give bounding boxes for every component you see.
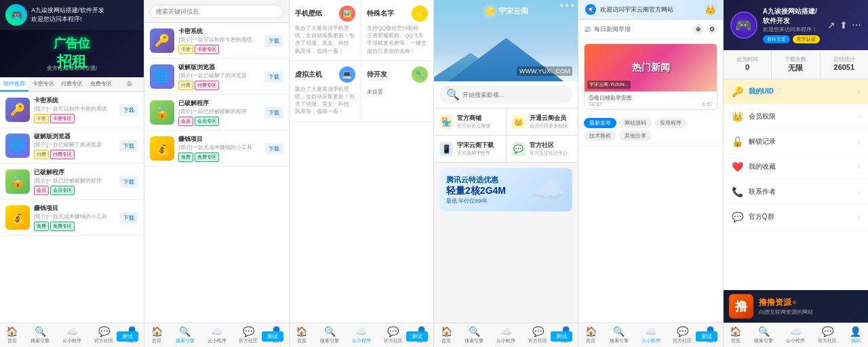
nav-search[interactable]: 🔍 搜索引擎 bbox=[320, 326, 339, 344]
panel3-top-grid: 手机壁纸 🖼️ 集合了大量高清手机壁纸，全自动采集更新！包含了动漫、美女、科技、… bbox=[290, 0, 433, 122]
menu-item-shop[interactable]: 🏪 官方商铺 官方自营云商铺 bbox=[434, 108, 506, 135]
grid-item-pending[interactable]: 待开发 🔧 未设置 bbox=[361, 61, 433, 122]
nav-search[interactable]: 🔍 搜索引擎 bbox=[465, 326, 484, 344]
item-desc: [简介]一款无成本赚钱的小工具 bbox=[34, 213, 115, 220]
panel1-ad-banner[interactable]: 广告位 招租 全方位精准布局引流! bbox=[0, 30, 144, 77]
menu-item-community[interactable]: 💬 官方社区 官方互交社区平台 bbox=[507, 136, 578, 162]
menu-item-download[interactable]: 📱 宇宋云阁下载 官方版APP程序 bbox=[434, 136, 506, 162]
menu-item-uid[interactable]: 🔑 我的UID › bbox=[724, 79, 868, 104]
search-field[interactable] bbox=[462, 91, 566, 98]
nav-community[interactable]: 💬 官方社区 bbox=[528, 326, 547, 344]
nav-home[interactable]: 🏠 首页 bbox=[441, 326, 452, 344]
trial-button[interactable]: 测试 bbox=[551, 331, 572, 342]
panel4-ad-cloud[interactable]: 腾讯云特选优惠 轻量2核2G4M 最低 年付仅99/年 ☁️ bbox=[439, 168, 572, 211]
more-icon[interactable]: ⋯ bbox=[852, 20, 861, 30]
grid-item-wallpaper[interactable]: 手机壁纸 🖼️ 集合了大量高清手机壁纸，全自动采集更新！包含了动漫、美女、科技、… bbox=[290, 0, 361, 61]
tag-other[interactable]: 其他分享 bbox=[619, 131, 652, 141]
menu-sub: 官方自营云商铺 bbox=[457, 123, 490, 129]
item-thumb-browser: 🌐 bbox=[5, 134, 30, 158]
item-download-btn[interactable]: 下载 bbox=[119, 140, 138, 152]
tab-free[interactable]: 免费专区 bbox=[86, 77, 115, 91]
nav-cloud[interactable]: ☁️ 云小程序 bbox=[496, 326, 515, 344]
list-item: 💰 赚钱项目 [简介]一款无成本赚钱的小工具 免费 免费专区 下载 bbox=[0, 200, 144, 236]
nav-community[interactable]: 💬 官方社区 bbox=[384, 326, 403, 344]
item-thumb-card: 🔑 bbox=[5, 98, 30, 122]
menu-item-vip-perms[interactable]: 👑 会员权限 › bbox=[724, 104, 868, 129]
menu-item-favorites[interactable]: ❤️ 我的收藏 › bbox=[724, 155, 868, 180]
cloud-icon: ☁️ bbox=[355, 326, 367, 337]
item-download-btn[interactable]: 下载 bbox=[119, 104, 138, 116]
nav-search[interactable]: 🔍 搜索引擎 bbox=[176, 326, 195, 344]
grid-item-special-name[interactable]: 特殊名字 ⭐ 支持QQ微信空白昵称、王者荣耀昵称、QQ飞车手游赋复名称等，一键生… bbox=[361, 0, 433, 61]
panel6-bottom-ad[interactable]: 撸 撸撸资源 ® 白嫖互联网资源的网站 bbox=[724, 290, 868, 323]
tag-tutorial[interactable]: 技术教程 bbox=[584, 131, 616, 141]
badge-certified[interactable]: 官方认证 bbox=[793, 35, 820, 43]
search-icon: 🔍 bbox=[613, 326, 625, 337]
share2-icon[interactable]: ⬆ bbox=[840, 20, 848, 30]
tag-latest[interactable]: 最新发布 bbox=[584, 118, 616, 128]
nav-home[interactable]: 🏠 首页 bbox=[585, 326, 597, 344]
menu-item-unlock[interactable]: 🔓 解锁记录 › bbox=[724, 129, 868, 155]
search-input[interactable] bbox=[150, 5, 283, 18]
panel5-news-card[interactable]: 热门新闻 宇宋云阁.YUXIN... ⑤每日精彩早安图 18↑87 6↑67 bbox=[584, 43, 717, 110]
tab-card[interactable]: 卡密专区 bbox=[28, 77, 57, 91]
nav-cloud[interactable]: ☁️ 云小程序 bbox=[352, 326, 371, 344]
tool-icon: 🔧 bbox=[412, 66, 428, 83]
tab-more[interactable]: 会 bbox=[115, 77, 144, 91]
item-download-btn[interactable]: 下载 bbox=[264, 71, 283, 83]
nav-home[interactable]: 🏠 首页 bbox=[151, 326, 163, 344]
home-icon: 🏠 bbox=[6, 326, 18, 337]
item-download-btn[interactable]: 下载 bbox=[119, 176, 138, 188]
search-icon: 🔍 bbox=[469, 326, 480, 337]
badge-homepage[interactable]: 前往主页 bbox=[763, 35, 790, 43]
nav-community[interactable]: 💬 官方社区 bbox=[818, 326, 837, 344]
tgi-desc: 集合了大量高清手机壁纸，全自动采集更新！包含了动漫、美女、科技、风景等，值得一看… bbox=[295, 85, 355, 116]
refresh-btn[interactable]: ⊕ bbox=[693, 24, 704, 35]
community-icon: 💬 bbox=[243, 326, 254, 337]
item-download-btn[interactable]: 下载 bbox=[264, 107, 283, 119]
tag-vip: 卡密专区 bbox=[195, 45, 219, 54]
trial-button[interactable]: 测试 bbox=[696, 331, 717, 342]
item-desc: [简介]一款可以制作卡密的系统 bbox=[178, 36, 260, 43]
tab-paid[interactable]: 付费专区 bbox=[58, 77, 86, 91]
nav-cloud[interactable]: ☁️ 云小程序 bbox=[642, 326, 660, 344]
nav-search[interactable]: 🔍 搜索引擎 bbox=[754, 326, 773, 344]
nav-cloud[interactable]: ☁️ 云小程序 bbox=[62, 326, 81, 344]
nav-home[interactable]: 🏠 首页 bbox=[730, 326, 741, 344]
item-download-btn[interactable]: 下载 bbox=[119, 212, 138, 224]
nav-home[interactable]: 🏠 首页 bbox=[296, 326, 307, 344]
panel1-avatar: 🎮 bbox=[5, 4, 27, 26]
menu-item-qq[interactable]: 💬 官方Q群 › bbox=[724, 205, 868, 230]
nav-home[interactable]: 🏠 首页 bbox=[6, 326, 18, 344]
item-desc: [简介]一款已经被破解的程序 bbox=[34, 177, 115, 184]
community-icon: 💬 bbox=[387, 326, 399, 337]
tab-software[interactable]: 软件推荐 bbox=[0, 77, 28, 91]
trial-button[interactable]: 测试 bbox=[117, 331, 138, 342]
nav-community[interactable]: 💬 官方社区 bbox=[239, 326, 258, 344]
nav-cloud[interactable]: ☁️ 云小程序 bbox=[786, 326, 805, 344]
nav-search[interactable]: 🔍 搜索引擎 bbox=[31, 326, 50, 344]
tag-app[interactable]: 应用程序 bbox=[654, 118, 687, 128]
nav-search[interactable]: 🔍 搜索引擎 bbox=[610, 326, 629, 344]
nav-community[interactable]: 💬 官方社区 bbox=[673, 326, 692, 344]
share-icon[interactable]: ↗ bbox=[827, 20, 835, 30]
tag-vip: 卡密专区 bbox=[50, 114, 75, 123]
panel1-nav-tabs: 软件推荐 卡密专区 付费专区 免费专区 会 bbox=[0, 77, 144, 92]
nav-profile[interactable]: 👤 我的 bbox=[850, 326, 861, 344]
item-download-btn[interactable]: 下载 bbox=[264, 35, 283, 47]
nav-community[interactable]: 💬 官方社区 bbox=[94, 326, 113, 344]
trial-button[interactable]: 测试 bbox=[262, 331, 283, 342]
stat-value: 无限 bbox=[774, 63, 816, 73]
item-download-btn[interactable]: 下载 bbox=[264, 143, 283, 155]
menu-item-contact[interactable]: 📞 联系作者 › bbox=[724, 180, 868, 205]
tgi-title: 虚拟主机 bbox=[295, 70, 322, 79]
trial-button[interactable]: 测试 bbox=[406, 331, 428, 342]
menu-item-vip[interactable]: 👑 开通云阁会员 会员可得更多权限 bbox=[507, 108, 578, 135]
community-icon: 💬 bbox=[677, 326, 688, 337]
grid-item-vhost[interactable]: 虚拟主机 💻 集合了大量高清手机壁纸，全自动采集更新！包含了动漫、美女、科技、风… bbox=[290, 61, 361, 122]
avatar: 🎮 bbox=[730, 12, 757, 39]
unlock-icon: 🔓 bbox=[732, 136, 743, 147]
tag-source[interactable]: 网站源码 bbox=[619, 118, 652, 128]
settings-btn[interactable]: ⚙ bbox=[707, 24, 717, 35]
nav-cloud[interactable]: ☁️ 云小程序 bbox=[208, 326, 226, 344]
